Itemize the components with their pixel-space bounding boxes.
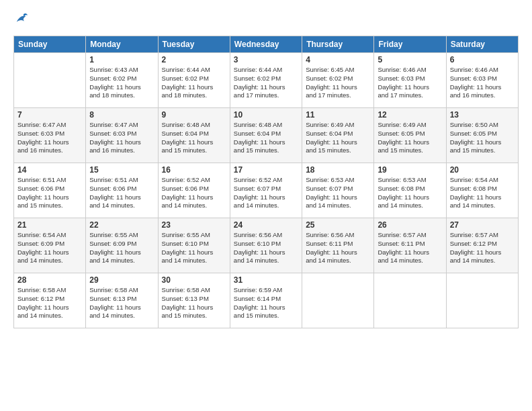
day-info: Sunrise: 6:58 AM Sunset: 6:13 PM Dayligh… [162, 286, 226, 320]
calendar-day-cell: 11Sunrise: 6:49 AM Sunset: 6:04 PM Dayli… [302, 108, 374, 163]
day-number: 22 [89, 220, 154, 230]
day-info: Sunrise: 6:55 AM Sunset: 6:10 PM Dayligh… [162, 231, 226, 265]
day-info: Sunrise: 6:49 AM Sunset: 6:05 PM Dayligh… [378, 121, 442, 155]
day-info: Sunrise: 6:59 AM Sunset: 6:14 PM Dayligh… [234, 286, 298, 320]
calendar-day-cell: 4Sunrise: 6:45 AM Sunset: 6:02 PM Daylig… [302, 53, 374, 108]
day-number: 21 [17, 220, 82, 230]
day-number: 9 [162, 110, 226, 120]
calendar-week-row: 7Sunrise: 6:47 AM Sunset: 6:03 PM Daylig… [14, 108, 519, 163]
calendar-day-cell: 2Sunrise: 6:44 AM Sunset: 6:02 PM Daylig… [158, 53, 230, 108]
header [13, 11, 519, 29]
day-number: 13 [450, 110, 515, 120]
day-number: 15 [89, 165, 154, 175]
day-number: 31 [234, 275, 298, 285]
calendar-day-cell: 22Sunrise: 6:55 AM Sunset: 6:09 PM Dayli… [86, 218, 158, 273]
day-info: Sunrise: 6:53 AM Sunset: 6:08 PM Dayligh… [378, 176, 442, 210]
calendar-week-row: 21Sunrise: 6:54 AM Sunset: 6:09 PM Dayli… [14, 218, 519, 273]
day-info: Sunrise: 6:48 AM Sunset: 6:04 PM Dayligh… [162, 121, 226, 155]
day-number: 18 [306, 165, 370, 175]
day-info: Sunrise: 6:51 AM Sunset: 6:06 PM Dayligh… [89, 176, 154, 210]
calendar-day-cell: 16Sunrise: 6:52 AM Sunset: 6:06 PM Dayli… [158, 163, 230, 218]
day-info: Sunrise: 6:46 AM Sunset: 6:03 PM Dayligh… [450, 66, 515, 100]
calendar-day-cell: 29Sunrise: 6:58 AM Sunset: 6:13 PM Dayli… [86, 273, 158, 328]
day-number: 6 [450, 55, 515, 64]
day-info: Sunrise: 6:52 AM Sunset: 6:07 PM Dayligh… [234, 176, 298, 210]
calendar-table: SundayMondayTuesdayWednesdayThursdayFrid… [13, 36, 519, 328]
calendar-day-cell: 20Sunrise: 6:54 AM Sunset: 6:08 PM Dayli… [446, 163, 518, 218]
day-number: 1 [89, 55, 154, 64]
day-info: Sunrise: 6:45 AM Sunset: 6:02 PM Dayligh… [306, 66, 370, 100]
calendar-day-cell: 8Sunrise: 6:47 AM Sunset: 6:03 PM Daylig… [86, 108, 158, 163]
weekday-header-tuesday: Tuesday [158, 36, 230, 53]
day-info: Sunrise: 6:58 AM Sunset: 6:12 PM Dayligh… [17, 286, 82, 320]
calendar-week-row: 14Sunrise: 6:51 AM Sunset: 6:06 PM Dayli… [14, 163, 519, 218]
day-number: 29 [89, 275, 154, 285]
calendar-day-cell: 15Sunrise: 6:51 AM Sunset: 6:06 PM Dayli… [86, 163, 158, 218]
day-number: 20 [450, 165, 515, 175]
day-info: Sunrise: 6:55 AM Sunset: 6:09 PM Dayligh… [89, 231, 154, 265]
day-number: 5 [378, 55, 442, 64]
day-info: Sunrise: 6:56 AM Sunset: 6:10 PM Dayligh… [234, 231, 298, 265]
day-number: 28 [17, 275, 82, 285]
calendar-day-cell: 27Sunrise: 6:57 AM Sunset: 6:12 PM Dayli… [446, 218, 518, 273]
day-info: Sunrise: 6:57 AM Sunset: 6:11 PM Dayligh… [378, 231, 442, 265]
day-info: Sunrise: 6:58 AM Sunset: 6:13 PM Dayligh… [89, 286, 154, 320]
day-number: 4 [306, 55, 370, 64]
day-number: 2 [162, 55, 226, 64]
empty-cell [374, 273, 446, 328]
logo-general [13, 11, 30, 29]
day-info: Sunrise: 6:44 AM Sunset: 6:02 PM Dayligh… [162, 66, 226, 100]
day-info: Sunrise: 6:51 AM Sunset: 6:06 PM Dayligh… [17, 176, 82, 210]
calendar-day-cell: 12Sunrise: 6:49 AM Sunset: 6:05 PM Dayli… [374, 108, 446, 163]
day-number: 25 [306, 220, 370, 230]
calendar-week-row: 1Sunrise: 6:43 AM Sunset: 6:02 PM Daylig… [14, 53, 519, 108]
weekday-header-saturday: Saturday [446, 36, 518, 53]
calendar-day-cell: 18Sunrise: 6:53 AM Sunset: 6:07 PM Dayli… [302, 163, 374, 218]
day-info: Sunrise: 6:50 AM Sunset: 6:05 PM Dayligh… [450, 121, 515, 155]
calendar-day-cell: 26Sunrise: 6:57 AM Sunset: 6:11 PM Dayli… [374, 218, 446, 273]
calendar-day-cell: 25Sunrise: 6:56 AM Sunset: 6:11 PM Dayli… [302, 218, 374, 273]
day-number: 17 [234, 165, 298, 175]
day-info: Sunrise: 6:47 AM Sunset: 6:03 PM Dayligh… [17, 121, 82, 155]
day-info: Sunrise: 6:47 AM Sunset: 6:03 PM Dayligh… [89, 121, 154, 155]
day-number: 26 [378, 220, 442, 230]
day-number: 14 [17, 165, 82, 175]
calendar-day-cell: 17Sunrise: 6:52 AM Sunset: 6:07 PM Dayli… [230, 163, 302, 218]
calendar-day-cell: 1Sunrise: 6:43 AM Sunset: 6:02 PM Daylig… [86, 53, 158, 108]
calendar-day-cell: 30Sunrise: 6:58 AM Sunset: 6:13 PM Dayli… [158, 273, 230, 328]
weekday-header-wednesday: Wednesday [230, 36, 302, 53]
day-number: 11 [306, 110, 370, 120]
day-number: 23 [162, 220, 226, 230]
weekday-header-monday: Monday [86, 36, 158, 53]
weekday-header-friday: Friday [374, 36, 446, 53]
day-info: Sunrise: 6:46 AM Sunset: 6:03 PM Dayligh… [378, 66, 442, 100]
day-number: 7 [17, 110, 82, 120]
day-number: 19 [378, 165, 442, 175]
day-number: 27 [450, 220, 515, 230]
calendar-day-cell: 24Sunrise: 6:56 AM Sunset: 6:10 PM Dayli… [230, 218, 302, 273]
day-number: 8 [89, 110, 154, 120]
empty-cell [302, 273, 374, 328]
calendar-day-cell: 23Sunrise: 6:55 AM Sunset: 6:10 PM Dayli… [158, 218, 230, 273]
day-number: 10 [234, 110, 298, 120]
day-info: Sunrise: 6:53 AM Sunset: 6:07 PM Dayligh… [306, 176, 370, 210]
day-info: Sunrise: 6:44 AM Sunset: 6:02 PM Dayligh… [234, 66, 298, 100]
calendar-day-cell: 13Sunrise: 6:50 AM Sunset: 6:05 PM Dayli… [446, 108, 518, 163]
calendar-day-cell: 19Sunrise: 6:53 AM Sunset: 6:08 PM Dayli… [374, 163, 446, 218]
weekday-header-sunday: Sunday [14, 36, 86, 53]
calendar-day-cell: 3Sunrise: 6:44 AM Sunset: 6:02 PM Daylig… [230, 53, 302, 108]
day-info: Sunrise: 6:52 AM Sunset: 6:06 PM Dayligh… [162, 176, 226, 210]
day-number: 3 [234, 55, 298, 64]
logo-bird-icon [15, 11, 30, 26]
day-info: Sunrise: 6:54 AM Sunset: 6:09 PM Dayligh… [17, 231, 82, 265]
calendar-day-cell: 5Sunrise: 6:46 AM Sunset: 6:03 PM Daylig… [374, 53, 446, 108]
calendar-day-cell: 10Sunrise: 6:48 AM Sunset: 6:04 PM Dayli… [230, 108, 302, 163]
day-number: 24 [234, 220, 298, 230]
calendar-week-row: 28Sunrise: 6:58 AM Sunset: 6:12 PM Dayli… [14, 273, 519, 328]
calendar-day-cell: 6Sunrise: 6:46 AM Sunset: 6:03 PM Daylig… [446, 53, 518, 108]
calendar-day-cell: 14Sunrise: 6:51 AM Sunset: 6:06 PM Dayli… [14, 163, 86, 218]
calendar-day-cell: 31Sunrise: 6:59 AM Sunset: 6:14 PM Dayli… [230, 273, 302, 328]
day-info: Sunrise: 6:57 AM Sunset: 6:12 PM Dayligh… [450, 231, 515, 265]
day-number: 12 [378, 110, 442, 120]
calendar-day-cell: 21Sunrise: 6:54 AM Sunset: 6:09 PM Dayli… [14, 218, 86, 273]
